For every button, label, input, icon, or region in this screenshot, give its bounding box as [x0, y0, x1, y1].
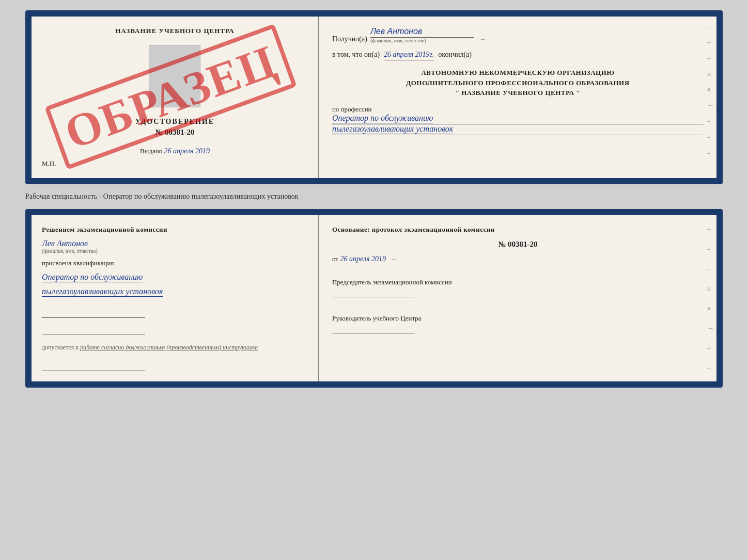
received-line: Получил(а) Лев Антонов (фамилия, имя, от… — [332, 27, 704, 43]
org-quote-open: " — [456, 89, 460, 97]
chairman-sig-line — [332, 287, 415, 297]
received-name-block: Лев Антонов (фамилия, имя, отчество) — [370, 27, 474, 43]
profession-line1: Оператор по обслуживанию — [332, 114, 704, 124]
org-school-line: " НАЗВАНИЕ УЧЕБНОГО ЦЕНТРА " — [332, 88, 704, 98]
middle-label: Рабочая специальность - Оператор по обсл… — [25, 190, 723, 203]
qualification-line1: Оператор по обслуживанию — [42, 273, 308, 282]
right-dashes-bottom: – – – и а ← – – — [707, 215, 714, 381]
qualification-line2: пылегазоулавливающих установок — [42, 287, 308, 296]
profession-section: по профессии Оператор по обслуживанию пы… — [332, 105, 704, 135]
issued-date: 26 апреля 2019 — [164, 147, 209, 155]
director-label: Руководитель учебного Центра — [332, 314, 704, 323]
chairman-section: Председатель экзаменационной комиссии — [332, 278, 704, 297]
school-name-top: НАЗВАНИЕ УЧЕБНОГО ЦЕНТРА — [115, 27, 235, 35]
protocol-date: 26 апреля 2019 — [340, 255, 385, 263]
protocol-number: № 00381-20 — [332, 240, 704, 249]
org-line1: АВТОНОМНУЮ НЕКОММЕРЧЕСКУЮ ОРГАНИЗАЦИЮ — [332, 68, 704, 78]
dash-after-date: – — [392, 255, 395, 263]
date-prefix: в том, что он(а) — [332, 51, 380, 59]
allowed-section: допускается к работе согласно должностны… — [42, 344, 308, 351]
org-line2: ДОПОЛНИТЕЛЬНОГО ПРОФЕССИОНАЛЬНОГО ОБРАЗО… — [332, 78, 704, 88]
allowed-prefix: допускается к — [42, 344, 79, 351]
person-name-bottom: Лев Антонов — [42, 239, 88, 249]
decision-text: Решением экзаменационной комиссии — [42, 226, 308, 234]
basis-label: Основание: протокол экзаменационной коми… — [332, 226, 704, 234]
person-name-subtitle-bottom: (фамилия, имя, отчество) — [42, 248, 308, 254]
cert-bottom-right: Основание: протокол экзаменационной коми… — [319, 215, 716, 381]
qualification-label: присвоена квалификация — [42, 259, 308, 267]
director-section: Руководитель учебного Центра — [332, 314, 704, 333]
director-sig-line — [332, 323, 415, 333]
date-line: в том, что он(а) 26 апреля 2019г. окончи… — [332, 51, 704, 60]
certificate-bottom: Решением экзаменационной комиссии Лев Ан… — [25, 209, 723, 388]
date-suffix: окончил(а) — [438, 51, 472, 59]
cert-number-top: № 00381-20 — [155, 128, 194, 137]
org-block: АВТОНОМНУЮ НЕКОММЕРЧЕСКУЮ ОРГАНИЗАЦИЮ ДО… — [332, 68, 704, 98]
issued-prefix: Выдано — [140, 147, 162, 155]
mp-label: М.П. — [42, 159, 56, 168]
cert-right-panel: Получил(а) Лев Антонов (фамилия, имя, от… — [319, 17, 716, 178]
cert-bottom-left: Решением экзаменационной комиссии Лев Ан… — [32, 215, 319, 381]
certificate-label: УДОСТОВЕРЕНИЕ — [135, 118, 214, 126]
profession-line2: пылегазоулавливающих установок — [332, 124, 704, 135]
document-wrapper: НАЗВАНИЕ УЧЕБНОГО ЦЕНТРА УДОСТОВЕРЕНИЕ №… — [25, 10, 723, 388]
signature-lines-bottom — [42, 306, 308, 334]
received-name-subtitle: (фамилия, имя, отчество) — [370, 38, 426, 43]
received-prefix: Получил(а) — [332, 35, 367, 43]
date-value: 26 апреля 2019г. — [384, 51, 434, 60]
cert-left-panel: НАЗВАНИЕ УЧЕБНОГО ЦЕНТРА УДОСТОВЕРЕНИЕ №… — [32, 17, 319, 178]
bottom-sig-line — [42, 359, 145, 371]
received-name: Лев Антонов — [370, 27, 474, 38]
allowed-text: работе согласно должностным (производств… — [80, 344, 258, 351]
protocol-date-line: от 26 апреля 2019 – — [332, 255, 704, 263]
protocol-date-prefix: от — [332, 255, 338, 263]
org-school-name: НАЗВАНИЕ УЧЕБНОГО ЦЕНТРА — [461, 89, 574, 97]
photo-placeholder — [149, 45, 200, 107]
issued-date-left: Выдано 26 апреля 2019 — [140, 137, 210, 155]
right-dashes-top: – – – и а ← – – – – — [707, 17, 714, 178]
chairman-label: Председатель экзаменационной комиссии — [332, 278, 704, 287]
profession-label: по профессии — [332, 105, 704, 114]
person-name-block: Лев Антонов (фамилия, имя, отчество) — [42, 239, 308, 254]
dash-after-name: – — [481, 35, 485, 43]
org-quote-close: " — [576, 89, 580, 97]
certificate-top: НАЗВАНИЕ УЧЕБНОГО ЦЕНТРА УДОСТОВЕРЕНИЕ №… — [25, 10, 723, 184]
